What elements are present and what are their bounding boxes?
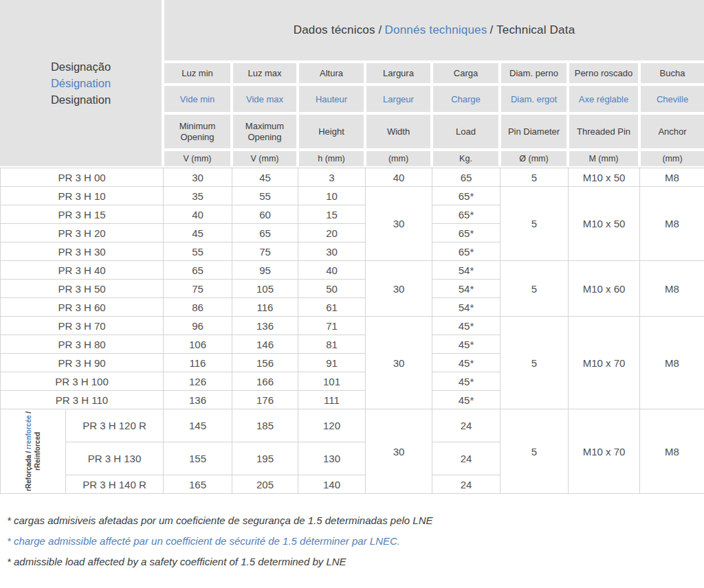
cell-diam: 5	[500, 409, 569, 494]
cell-reinforced-label: rReforçada / rrenforcée / rReinforced	[1, 409, 66, 494]
header-perno-unit: M (mm)	[569, 151, 638, 166]
cell-altura: 120	[298, 409, 366, 442]
cell-largura: 40	[366, 168, 432, 187]
header-diam-unit: Ø (mm)	[501, 151, 566, 166]
header-luz-max-pt: Luz max	[233, 63, 296, 83]
cell-altura: 101	[298, 372, 366, 391]
cell-bucha: M8	[640, 261, 704, 317]
cell-designation: PR 3 H 80	[1, 335, 164, 354]
cell-carga: 24	[432, 409, 500, 442]
cell-luz-max: 55	[232, 187, 298, 205]
header-altura-en: Height	[299, 115, 364, 148]
cell-carga: 45*	[432, 372, 500, 391]
header-largura-fr: Largeur	[366, 86, 430, 112]
header-carga-pt: Carga	[433, 63, 498, 83]
table-row: PR 3 H 40 65 95 40 30 54* 5 M10 x 60 M8	[1, 261, 704, 280]
cell-diam: 5	[500, 261, 569, 317]
designation-header: Designação Désignation Designation	[0, 0, 162, 166]
header-luz-min-unit: V (mm)	[164, 151, 230, 166]
cell-altura: 10	[298, 187, 366, 205]
cell-luz-min: 55	[164, 242, 232, 261]
cell-altura: 111	[298, 391, 366, 409]
header-bucha-pt: Bucha	[641, 63, 704, 83]
cell-designation: PR 3 H 20	[1, 224, 164, 242]
header-bucha-fr: Cheville	[641, 86, 704, 112]
cell-largura: 30	[366, 187, 432, 261]
cell-carga: 45*	[432, 391, 500, 409]
cell-luz-max: 45	[232, 168, 298, 187]
cell-luz-max: 156	[232, 354, 298, 372]
table-row: PR 3 H 00 30 45 3 40 65 5 M10 x 50 M8	[1, 168, 704, 187]
header-bucha-unit: (mm)	[641, 151, 704, 166]
cell-carga: 45*	[432, 317, 500, 335]
cell-luz-min: 35	[164, 187, 232, 205]
title-fr: Donnés techniques	[385, 23, 487, 37]
cell-carga: 45*	[432, 335, 500, 354]
cell-largura: 30	[366, 409, 432, 494]
cell-luz-min: 65	[164, 261, 232, 280]
cell-altura: 81	[298, 335, 366, 354]
header-carga-unit: Kg.	[433, 151, 498, 166]
cell-luz-max: 95	[232, 261, 298, 280]
cell-altura: 40	[298, 261, 366, 280]
header-diam-pt: Diam. perno	[501, 63, 566, 83]
cell-luz-min: 86	[164, 298, 232, 317]
cell-designation: PR 3 H 90	[1, 354, 164, 372]
header-largura-pt: Largura	[366, 63, 430, 83]
data-table: PR 3 H 00 30 45 3 40 65 5 M10 x 50 M8 PR…	[0, 168, 704, 494]
header-luz-max-fr: Vide max	[233, 86, 296, 112]
header-luz-max-en: Maximum Opening	[233, 115, 296, 148]
designation-header-fr: Désignation	[51, 75, 111, 91]
cell-altura: 3	[298, 168, 366, 187]
designation-header-pt: Designação	[51, 58, 111, 75]
cell-luz-max: 116	[232, 298, 298, 317]
header-luz-max-unit: V (mm)	[233, 151, 296, 166]
footnote-pt: * cargas admisiveis afetadas por um coef…	[7, 514, 704, 526]
cell-designation: PR 3 H 60	[1, 298, 164, 317]
table-title: Dados técnicos / Donnés techniques / Tec…	[164, 0, 704, 60]
cell-carga: 65*	[432, 205, 500, 224]
cell-luz-min: 145	[164, 409, 232, 442]
cell-luz-min: 126	[164, 372, 232, 391]
cell-designation: PR 3 H 100	[1, 372, 164, 391]
cell-altura: 20	[298, 224, 366, 242]
footnotes: * cargas admisiveis afetadas por um coef…	[7, 514, 704, 567]
header-diam-en: Pin Diameter	[501, 115, 566, 148]
cell-carga: 54*	[432, 298, 500, 317]
cell-designation: PR 3 H 30	[1, 242, 164, 261]
cell-luz-min: 45	[164, 224, 232, 242]
cell-bucha: M8	[640, 317, 704, 409]
cell-carga: 54*	[432, 280, 500, 298]
cell-altura: 130	[298, 442, 366, 475]
header-perno-fr: Axe réglable	[569, 86, 638, 112]
header-diam-fr: Diam. ergot	[501, 86, 566, 112]
header-carga-en: Load	[433, 115, 498, 148]
header-luz-min-en: Minimum Opening	[164, 115, 230, 148]
cell-carga: 45*	[432, 354, 500, 372]
header-altura-fr: Hauteur	[299, 86, 364, 112]
footnote-fr: * charge admissible affecté par un coeff…	[7, 535, 704, 547]
cell-luz-max: 60	[232, 205, 298, 224]
cell-luz-max: 136	[232, 317, 298, 335]
cell-altura: 91	[298, 354, 366, 372]
header-perno-en: Threaded Pin	[569, 115, 638, 148]
cell-luz-max: 105	[232, 280, 298, 298]
cell-perno: M10 x 60	[569, 261, 640, 317]
header-luz-min-fr: Vide min	[164, 86, 230, 112]
cell-luz-min: 165	[164, 475, 232, 494]
cell-luz-min: 30	[164, 168, 232, 187]
cell-altura: 15	[298, 205, 366, 224]
reinforced-label: rReforçada / rrenforcée / rReinforced	[24, 407, 42, 495]
cell-luz-max: 75	[232, 242, 298, 261]
cell-bucha: M8	[640, 409, 704, 494]
header-altura-pt: Altura	[299, 63, 364, 83]
technical-data-sheet: Designação Désignation Designation Dados…	[0, 0, 704, 588]
cell-perno: M10 x 50	[569, 168, 640, 187]
cell-designation: PR 3 H 120 R	[66, 409, 164, 442]
table-row: PR 3 H 10 35 55 10 30 65* 5 M10 x 50 M8	[1, 187, 704, 205]
header-altura-unit: h (mm)	[299, 151, 364, 166]
cell-carga: 65	[432, 168, 500, 187]
cell-designation: PR 3 H 00	[1, 168, 164, 187]
cell-diam: 5	[500, 168, 569, 187]
title-en: / Technical Data	[490, 23, 575, 37]
